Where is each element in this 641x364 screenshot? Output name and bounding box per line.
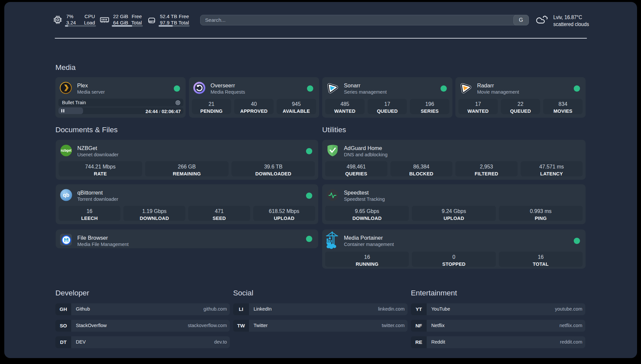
svg-text:nzbget: nzbget [61, 149, 72, 152]
svg-text:qb: qb [63, 192, 69, 198]
